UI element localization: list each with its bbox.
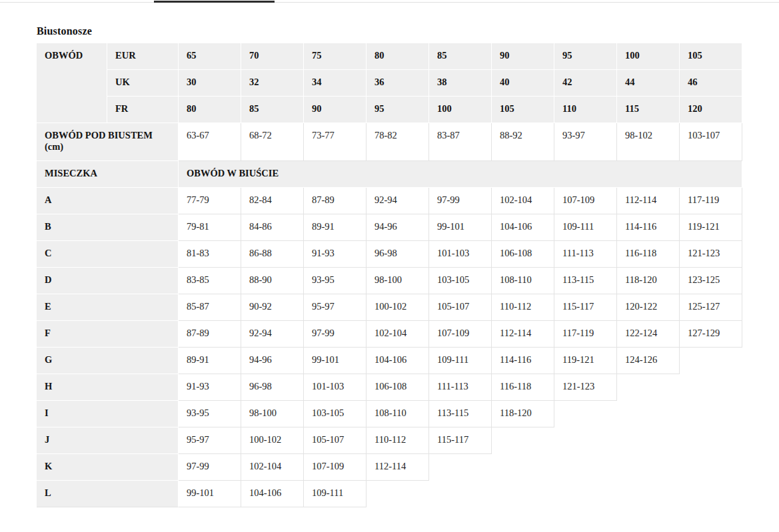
bust-range-cell: 121-123 (680, 241, 742, 268)
region-label-cell-fr: FR (107, 97, 179, 123)
underbust-range-cell: 68-72 (241, 123, 304, 161)
bust-range-cell: 102-104 (367, 321, 429, 348)
underbust-range-cell: 98-102 (617, 123, 680, 161)
bust-range-cell: 81-83 (179, 241, 241, 268)
bust-range-cell: 100-102 (241, 427, 304, 454)
band-size-cell: 36 (367, 70, 429, 97)
empty-cell (554, 427, 617, 454)
bust-range-cell: 110-112 (492, 294, 554, 321)
tab-bar-divider (0, 2, 779, 3)
underbust-range-cell: 78-82 (367, 123, 429, 161)
bust-range-cell: 121-123 (554, 374, 617, 401)
cup-row-e: E85-8790-9295-97100-102105-107110-112115… (37, 294, 742, 321)
band-size-cell: 40 (492, 70, 554, 97)
cup-row-label-cell: G (37, 348, 179, 374)
bust-range-cell: 97-99 (179, 454, 241, 481)
empty-cell (617, 454, 680, 481)
cup-row-label-cell: H (37, 374, 179, 401)
empty-cell (429, 454, 492, 481)
empty-cell (492, 481, 554, 507)
bust-range-cell: 120-122 (617, 294, 680, 321)
cup-row-h: H91-9396-98101-103106-108111-113116-1181… (37, 374, 742, 401)
bust-range-cell: 103-105 (429, 268, 492, 294)
cup-row-j: J95-97100-102105-107110-112115-117 (37, 427, 742, 454)
bust-range-cell: 109-111 (554, 214, 617, 241)
bust-range-cell: 97-99 (304, 321, 367, 348)
empty-cell (492, 427, 554, 454)
active-tab-underline-indicator[interactable] (154, 1, 275, 3)
bust-range-cell: 93-95 (304, 268, 367, 294)
empty-cell (617, 427, 680, 454)
bust-range-cell: 106-108 (367, 374, 429, 401)
bust-range-cell: 99-101 (429, 214, 492, 241)
empty-cell (680, 401, 742, 427)
bust-range-cell: 117-119 (554, 321, 617, 348)
bust-range-cell: 113-115 (429, 401, 492, 427)
band-size-cell: 110 (554, 97, 617, 123)
bust-range-cell: 119-121 (554, 348, 617, 374)
band-size-row-fr: FR80859095100105110115120 (37, 97, 742, 123)
empty-cell (680, 481, 742, 507)
empty-cell (617, 481, 680, 507)
bust-range-cell: 91-93 (304, 241, 367, 268)
empty-cell (429, 481, 492, 507)
underbust-range-cell: 103-107 (680, 123, 742, 161)
bust-range-cell: 102-104 (492, 188, 554, 214)
bust-range-cell: 88-90 (241, 268, 304, 294)
empty-cell (554, 401, 617, 427)
cup-row-g: G89-9194-9699-101104-106109-111114-11611… (37, 348, 742, 374)
bust-range-cell: 82-84 (241, 188, 304, 214)
bust-range-cell: 104-106 (367, 348, 429, 374)
bust-range-cell: 109-111 (429, 348, 492, 374)
bust-range-cell: 124-126 (617, 348, 680, 374)
band-size-cell: 90 (304, 97, 367, 123)
bust-range-cell: 95-97 (179, 427, 241, 454)
cup-row-c: C81-8386-8891-9396-98101-103106-108111-1… (37, 241, 742, 268)
bust-range-cell: 123-125 (680, 268, 742, 294)
bust-range-cell: 99-101 (179, 481, 241, 507)
band-size-cell: 38 (429, 70, 492, 97)
band-size-cell: 100 (617, 43, 680, 70)
bust-range-cell: 112-114 (617, 188, 680, 214)
cup-header-row: MISECZKAOBWÓD W BIUŚCIE (37, 161, 742, 188)
bust-range-cell: 79-81 (179, 214, 241, 241)
band-size-cell: 85 (241, 97, 304, 123)
underbust-range-cell: 88-92 (492, 123, 554, 161)
cup-row-label-cell: F (37, 321, 179, 348)
bust-range-cell: 116-118 (617, 241, 680, 268)
cup-row-label-cell: I (37, 401, 179, 427)
band-size-cell: 44 (617, 70, 680, 97)
band-size-cell: 95 (367, 97, 429, 123)
cup-row-b: B79-8184-8689-9194-9699-101104-106109-11… (37, 214, 742, 241)
band-size-cell: 75 (304, 43, 367, 70)
band-size-cell: 105 (680, 43, 742, 70)
cup-column-label-cell: MISECZKA (37, 161, 179, 188)
empty-cell (617, 374, 680, 401)
bust-range-cell: 87-89 (304, 188, 367, 214)
bust-range-cell: 116-118 (492, 374, 554, 401)
underbust-label-cell: OBWÓD POD BIUSTEM (cm) (37, 123, 179, 161)
band-size-cell: 70 (241, 43, 304, 70)
bust-range-cell: 77-79 (179, 188, 241, 214)
bust-range-cell: 115-117 (429, 427, 492, 454)
bust-range-cell: 118-120 (617, 268, 680, 294)
bust-range-cell: 89-91 (304, 214, 367, 241)
bust-circumference-label-cell: OBWÓD W BIUŚCIE (179, 161, 742, 188)
bust-range-cell: 108-110 (492, 268, 554, 294)
underbust-range-cell: 63-67 (179, 123, 241, 161)
bust-range-cell: 92-94 (241, 321, 304, 348)
bust-range-cell: 98-100 (241, 401, 304, 427)
cup-row-label-cell: J (37, 427, 179, 454)
bust-range-cell: 111-113 (429, 374, 492, 401)
bust-range-cell: 107-109 (304, 454, 367, 481)
cup-row-label-cell: B (37, 214, 179, 241)
empty-cell (492, 454, 554, 481)
cup-row-label-cell: E (37, 294, 179, 321)
bust-range-cell: 117-119 (680, 188, 742, 214)
bust-range-cell: 112-114 (492, 321, 554, 348)
bust-range-cell: 105-107 (304, 427, 367, 454)
bust-range-cell: 104-106 (241, 481, 304, 507)
section-title: Biustonosze (37, 25, 92, 37)
bust-range-cell: 108-110 (367, 401, 429, 427)
region-label-cell-eur: EUR (107, 43, 179, 70)
